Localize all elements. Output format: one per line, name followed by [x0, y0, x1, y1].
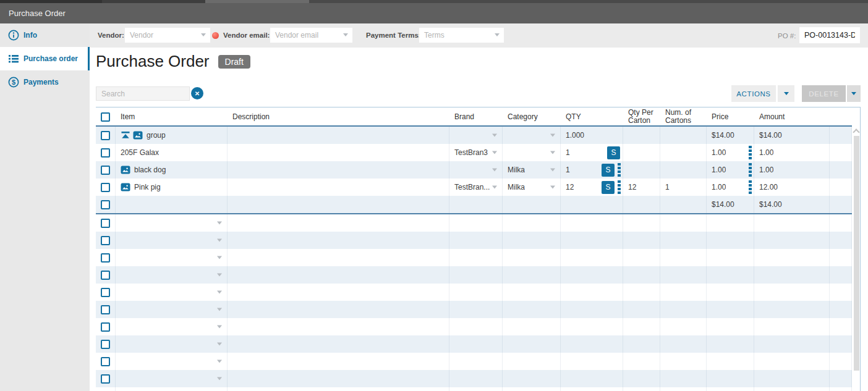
item-cell[interactable] — [116, 266, 228, 284]
category-cell[interactable]: Milka — [503, 179, 561, 196]
category-cell[interactable] — [503, 127, 561, 144]
price-cell[interactable]: $14.00 — [707, 127, 754, 144]
qty-cell[interactable]: 1.000 — [561, 127, 623, 144]
num-of-cartons-cell[interactable]: 1 — [660, 179, 707, 196]
dropdown-arrow-icon[interactable] — [550, 169, 555, 172]
qty-per-carton-cell[interactable]: 12 — [623, 179, 660, 196]
brand-cell[interactable]: TestBran... — [449, 179, 503, 196]
num-of-cartons-cell[interactable] — [660, 144, 707, 161]
row-checkbox[interactable] — [101, 374, 110, 384]
description-cell[interactable] — [228, 127, 449, 144]
s-badge[interactable]: S — [602, 181, 615, 194]
dropdown-arrow-icon[interactable] — [217, 308, 222, 311]
row-checkbox[interactable] — [101, 288, 110, 297]
description-cell[interactable] — [228, 179, 449, 196]
dropdown-arrow-icon[interactable] — [217, 239, 222, 242]
search-input[interactable] — [96, 86, 190, 101]
delete-dropdown-button[interactable] — [847, 85, 861, 102]
row-checkbox[interactable] — [101, 322, 110, 332]
dropdown-arrow-icon[interactable] — [217, 326, 222, 329]
item-cell[interactable] — [116, 335, 228, 353]
qty-per-carton-cell[interactable] — [623, 144, 660, 161]
column-header-item[interactable]: Item — [116, 108, 228, 125]
qty-cell[interactable]: 1S — [561, 144, 623, 161]
row-checkbox[interactable] — [101, 271, 110, 280]
price-cell[interactable]: 1.00 — [707, 161, 754, 179]
column-header-description[interactable]: Description — [228, 108, 449, 125]
actions-button[interactable]: ACTIONS — [731, 85, 776, 102]
payment-terms-select[interactable]: Terms — [419, 28, 504, 43]
clear-search-button[interactable]: ✕ — [191, 87, 203, 99]
vendor-email-select[interactable]: Vendor email — [270, 28, 352, 43]
column-header-price[interactable]: Price — [707, 108, 754, 125]
brand-cell[interactable]: TestBran3 — [449, 144, 503, 161]
dropdown-arrow-icon[interactable] — [217, 360, 222, 363]
item-cell[interactable] — [116, 232, 228, 249]
drag-dots-icon[interactable] — [618, 180, 621, 194]
item-cell[interactable] — [116, 249, 228, 266]
item-cell[interactable] — [116, 353, 228, 370]
qty-per-carton-cell[interactable] — [623, 127, 660, 144]
price-cell[interactable]: 1.00 — [707, 144, 754, 161]
scroll-up-icon[interactable] — [853, 128, 859, 135]
row-checkbox[interactable] — [101, 253, 110, 263]
drag-dots-icon[interactable] — [749, 180, 752, 194]
column-header-amount[interactable]: Amount — [754, 108, 830, 125]
s-badge[interactable]: S — [607, 146, 620, 159]
row-checkbox[interactable] — [101, 340, 110, 349]
description-cell[interactable] — [228, 161, 449, 179]
dropdown-arrow-icon[interactable] — [217, 222, 222, 225]
qty-cell[interactable]: 12S — [561, 179, 623, 196]
vendor-select[interactable]: Vendor — [125, 28, 210, 43]
actions-dropdown-button[interactable] — [778, 85, 794, 102]
column-header-qty[interactable]: QTY — [561, 108, 623, 125]
dropdown-arrow-icon[interactable] — [217, 343, 222, 346]
dropdown-arrow-icon[interactable] — [492, 134, 497, 137]
category-cell[interactable] — [503, 144, 561, 161]
column-header-brand[interactable]: Brand — [449, 108, 503, 125]
delete-button[interactable]: DELETE — [802, 85, 846, 102]
brand-cell[interactable] — [449, 161, 503, 179]
select-all-checkbox[interactable] — [101, 112, 110, 122]
dropdown-arrow-icon[interactable] — [217, 291, 222, 294]
dropdown-arrow-icon[interactable] — [217, 256, 222, 259]
sidebar-item-payments[interactable]: $ Payments — [0, 70, 90, 94]
drag-dots-icon[interactable] — [749, 146, 752, 159]
po-number-field[interactable] — [799, 27, 860, 43]
item-cell[interactable] — [116, 387, 228, 391]
num-of-cartons-cell[interactable] — [660, 161, 707, 179]
dropdown-arrow-icon[interactable] — [217, 377, 222, 380]
column-header-num-of-cartons[interactable]: Num. of Cartons — [660, 108, 707, 125]
s-badge[interactable]: S — [602, 164, 615, 177]
row-checkbox[interactable] — [101, 200, 110, 209]
item-cell[interactable] — [116, 370, 228, 387]
dropdown-arrow-icon[interactable] — [550, 134, 555, 137]
item-cell[interactable] — [116, 318, 228, 335]
num-of-cartons-cell[interactable] — [660, 127, 707, 144]
category-cell[interactable]: Milka — [503, 161, 561, 179]
column-header-category[interactable]: Category — [503, 108, 561, 125]
item-cell[interactable] — [116, 214, 228, 232]
brand-cell[interactable] — [449, 127, 503, 144]
scrollbar-thumb[interactable] — [854, 136, 859, 371]
item-cell[interactable] — [116, 301, 228, 318]
qty-per-carton-cell[interactable] — [623, 161, 660, 179]
dropdown-arrow-icon[interactable] — [217, 274, 222, 277]
item-cell[interactable] — [116, 284, 228, 301]
qty-cell[interactable]: 1S — [561, 161, 623, 179]
drag-dots-icon[interactable] — [749, 163, 752, 177]
row-checkbox[interactable] — [101, 305, 110, 314]
description-cell[interactable] — [228, 144, 449, 161]
sidebar-item-info[interactable]: Info — [0, 23, 90, 47]
row-checkbox[interactable] — [101, 131, 110, 140]
dropdown-arrow-icon[interactable] — [492, 151, 497, 154]
dropdown-arrow-icon[interactable] — [492, 186, 497, 189]
drag-dots-icon[interactable] — [618, 163, 621, 177]
row-checkbox[interactable] — [101, 148, 110, 158]
collapse-icon[interactable] — [121, 130, 130, 140]
row-checkbox[interactable] — [101, 219, 110, 228]
sidebar-item-purchase-order[interactable]: Purchase order — [0, 47, 90, 70]
row-checkbox[interactable] — [101, 183, 110, 192]
column-header-qty-per-carton[interactable]: Qty Per Carton — [623, 108, 660, 125]
row-checkbox[interactable] — [101, 236, 110, 245]
